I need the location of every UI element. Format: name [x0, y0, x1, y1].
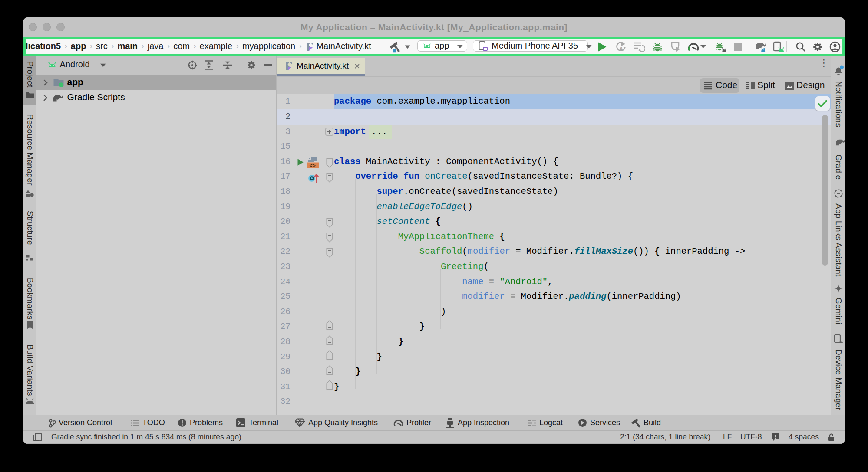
svg-text:<>: <> — [310, 163, 316, 169]
svg-text:A: A — [619, 46, 624, 52]
